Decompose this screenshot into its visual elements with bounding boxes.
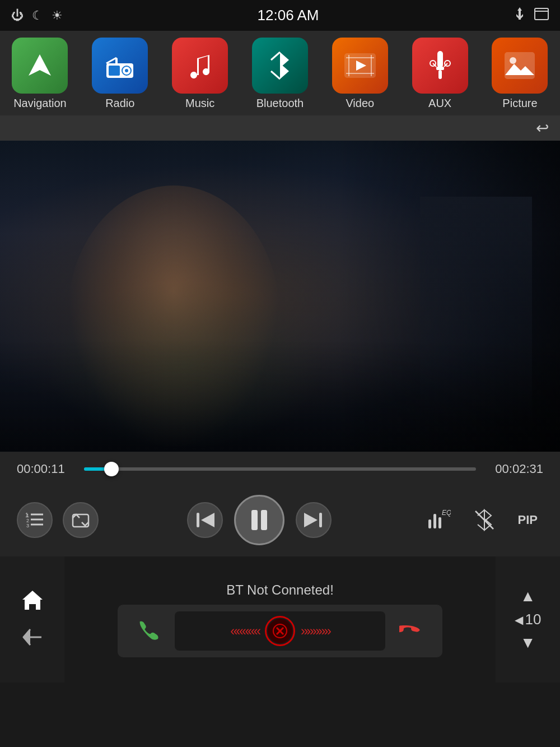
aux-icon (412, 38, 468, 94)
app-item-aux[interactable]: AUX (404, 38, 477, 110)
radio-icon (92, 38, 148, 94)
app-item-video[interactable]: Video (324, 38, 396, 110)
svg-point-27 (510, 57, 516, 64)
svg-rect-45 (438, 517, 441, 528)
app-item-picture[interactable]: Picture (483, 38, 556, 110)
svg-rect-37 (197, 513, 199, 527)
svg-text:EQ: EQ (442, 509, 451, 517)
volume-up-button[interactable]: ▲ (520, 587, 536, 605)
app-menu: Navigation Radio Music (0, 31, 560, 115)
volume-down-button[interactable]: ▼ (520, 634, 536, 652)
svg-line-50 (478, 525, 484, 530)
volume-value: 10 (525, 611, 542, 628)
svg-rect-44 (433, 514, 436, 528)
progress-track[interactable] (84, 467, 476, 471)
power-icon[interactable]: ⏻ (11, 8, 24, 23)
svg-marker-38 (201, 513, 214, 527)
aux-label: AUX (428, 97, 451, 110)
svg-line-12 (271, 71, 280, 79)
svg-text:3: 3 (26, 523, 29, 528)
svg-marker-52 (22, 591, 43, 610)
accept-call-button[interactable] (129, 611, 168, 651)
svg-rect-16 (348, 55, 349, 76)
scene-right (420, 197, 532, 421)
volume-speaker-icon: ◀ (515, 613, 523, 627)
music-icon (172, 38, 228, 94)
end-call-button[interactable] (392, 611, 431, 651)
svg-rect-39 (251, 510, 258, 530)
bottom-bar: BT Not Conneted! ««««« (0, 556, 560, 683)
app-item-navigation[interactable]: Navigation (3, 38, 76, 110)
status-bar: ⏻ ☾ ☀ 12:06 AM (0, 0, 560, 31)
app-item-radio[interactable]: Radio (83, 38, 156, 110)
picture-label: Picture (502, 97, 537, 110)
controls-area: 1 1 2 3 (0, 486, 560, 556)
call-controls: ««««« »»»»» (118, 605, 442, 657)
svg-marker-10 (280, 63, 289, 79)
svg-line-8 (106, 58, 116, 63)
prev-button[interactable] (187, 502, 223, 538)
radio-label: Radio (105, 97, 134, 110)
next-button[interactable] (296, 502, 332, 538)
bt-status: BT Not Conneted! (226, 582, 334, 598)
call-nav-display: ««««« »»»»» (175, 611, 385, 651)
nav-arrows-right: »»»»» (301, 623, 330, 639)
app-item-bluetooth[interactable]: Bluetooth (244, 38, 316, 110)
usb-icon (514, 6, 526, 25)
svg-rect-41 (319, 513, 322, 527)
status-icons-left: ⏻ ☾ ☀ (11, 8, 63, 23)
svg-rect-4 (109, 66, 120, 76)
bluetooth-label: Bluetooth (256, 97, 304, 110)
video-icon (332, 38, 388, 94)
volume-display: ◀ 10 (515, 611, 542, 628)
picture-icon (492, 38, 548, 94)
svg-marker-2 (29, 54, 51, 76)
pause-button[interactable] (234, 495, 284, 545)
svg-rect-17 (371, 55, 372, 76)
ctrl-left-group: 1 1 2 3 (17, 502, 99, 538)
noconnect-button[interactable] (466, 502, 502, 538)
bottom-left (0, 556, 64, 683)
ctrl-right-group: EQ PIP (421, 502, 543, 538)
bottom-right: ▲ ◀ 10 ▼ (496, 556, 560, 683)
svg-rect-19 (437, 51, 443, 68)
app-item-music[interactable]: Music (164, 38, 236, 110)
svg-rect-0 (535, 8, 548, 20)
total-time: 00:02:31 (487, 462, 543, 476)
bluetooth-icon (252, 38, 308, 94)
video-placeholder (0, 141, 560, 452)
ctrl-center-group (187, 495, 332, 545)
eq-button[interactable]: EQ (421, 502, 456, 538)
progress-thumb[interactable] (104, 462, 119, 476)
back-row: ↩ (0, 115, 560, 141)
nav-arrows-left: ««««« (230, 623, 259, 639)
svg-line-11 (271, 52, 280, 60)
svg-point-6 (125, 69, 128, 72)
video-label: Video (346, 97, 374, 110)
svg-rect-20 (436, 67, 444, 70)
moon-icon[interactable]: ☾ (32, 8, 43, 23)
bottom-center: BT Not Conneted! ««««« (64, 556, 496, 683)
svg-rect-14 (346, 57, 374, 58)
status-icons-right (514, 6, 549, 25)
video-scene (0, 141, 560, 452)
repeat-button[interactable] (63, 502, 99, 538)
svg-rect-40 (261, 510, 267, 530)
current-time: 00:00:11 (17, 462, 73, 476)
svg-rect-15 (346, 73, 374, 74)
playlist-button[interactable]: 1 1 2 3 (17, 502, 53, 538)
navigation-label: Navigation (13, 97, 67, 110)
svg-marker-42 (304, 513, 318, 527)
back-button[interactable]: ↩ (536, 119, 549, 137)
back-arrow-button[interactable] (21, 627, 44, 652)
brightness-icon[interactable]: ☀ (52, 8, 63, 23)
svg-rect-43 (428, 519, 431, 528)
navigation-icon (12, 38, 68, 94)
video-area[interactable] (0, 141, 560, 452)
progress-area: 00:00:11 00:02:31 (0, 452, 560, 486)
pip-button[interactable]: PIP (512, 509, 543, 531)
svg-rect-21 (438, 70, 442, 79)
home-button[interactable] (20, 587, 45, 617)
window-icon (534, 8, 549, 24)
nav-x-button[interactable] (265, 616, 295, 646)
